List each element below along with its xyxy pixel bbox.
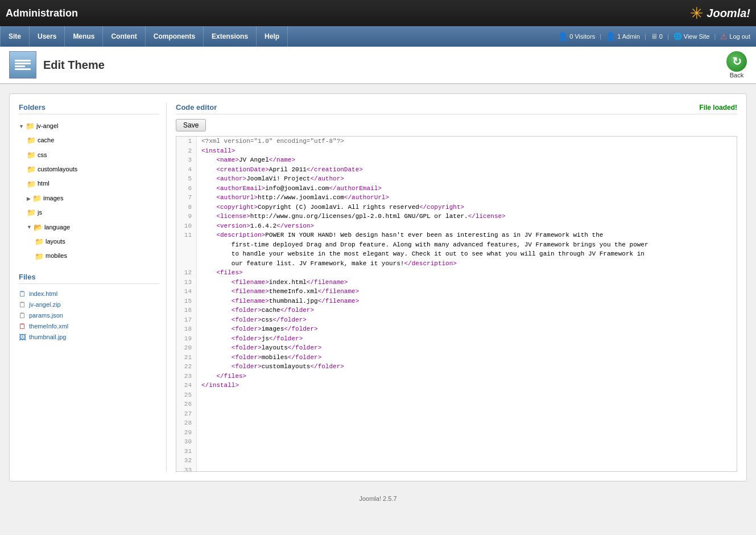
tree-item-js[interactable]: 📁 js	[27, 205, 159, 220]
view-site-text: View Site	[684, 33, 710, 40]
code-content: <folder>mobiles</folder>	[197, 353, 737, 363]
code-content: <folder>js</folder>	[197, 334, 737, 344]
file-thumbnail-jpg[interactable]: 🖼 thumbnail.jpg	[19, 332, 159, 343]
back-button[interactable]: ↻ Back	[726, 51, 747, 79]
file-label-xml: themeInfo.xml	[29, 323, 68, 330]
table-row: 8 <copyright>Copyright (C) JoomlaVi. All…	[176, 203, 737, 212]
file-params-json[interactable]: 🗒 params.json	[19, 310, 159, 321]
line-number: 21	[176, 353, 197, 363]
nav-item-site[interactable]: Site	[0, 26, 30, 47]
tree-item-language[interactable]: ▼ 📂 language	[27, 220, 159, 234]
table-row: 4 <creationDate>April 2011</creationDate…	[176, 165, 737, 175]
tree-item-layouts[interactable]: 📁 layouts	[35, 234, 159, 249]
nav-item-users[interactable]: Users	[30, 26, 65, 47]
folder-icon-js: 📁	[27, 206, 36, 219]
tree-item-images[interactable]: ▶ 📁 images	[27, 191, 159, 205]
count-item: 🖥 0	[651, 32, 663, 40]
visitors-item: 👤 0 Visitors	[558, 32, 595, 41]
folder-icon-html: 📁	[27, 178, 36, 191]
code-content: <filename>themeInfo.xml</filename>	[197, 287, 737, 297]
nav-item-content[interactable]: Content	[103, 26, 145, 47]
line-number: 25	[176, 390, 197, 400]
navbar: Site Users Menus Content Components Exte…	[0, 26, 756, 47]
table-row: 25	[176, 390, 737, 400]
nav-item-help[interactable]: Help	[257, 26, 288, 47]
code-content: <install>	[197, 146, 737, 156]
line-number: 11	[176, 231, 197, 268]
nav-divider-2: |	[645, 33, 646, 40]
code-content: <folder>cache</folder>	[197, 306, 737, 315]
tree-label-layouts: layouts	[46, 236, 65, 248]
table-row: 12 <files>	[176, 268, 737, 278]
table-row: 22 <folder>customlayouts</folder>	[176, 362, 737, 372]
line-number: 9	[176, 212, 197, 221]
folder-icon-customlayouts: 📁	[27, 163, 36, 176]
page-icon	[9, 51, 36, 79]
line-number: 5	[176, 174, 197, 184]
line-number: 17	[176, 315, 197, 325]
line-number: 2	[176, 146, 197, 156]
tree-item-mobiles[interactable]: 📁 mobiles	[35, 249, 159, 264]
line-number: 19	[176, 334, 197, 344]
content-panel: Folders ▼ 📁 jv-angel 📁 cache 📁 c	[9, 93, 747, 482]
nav-item-components[interactable]: Components	[146, 26, 204, 47]
file-label-zip: jv-angel.zip	[29, 301, 61, 308]
tree-item-root[interactable]: ▼ 📁 jv-angel	[19, 119, 159, 133]
line-number: 3	[176, 155, 197, 165]
table-row: 19 <folder>js</folder>	[176, 334, 737, 344]
table-row: 16 <folder>cache</folder>	[176, 306, 737, 315]
file-themeinfo-xml[interactable]: 🗒 themeInfo.xml	[19, 321, 159, 332]
tree-item-html[interactable]: 📁 html	[27, 177, 159, 191]
table-row: 24</install>	[176, 381, 737, 390]
table-row: 31	[176, 447, 737, 456]
nav-item-menus[interactable]: Menus	[65, 26, 103, 47]
admin-text: 1 Admin	[617, 33, 640, 40]
back-circle-icon: ↻	[726, 51, 747, 72]
nav-left: Site Users Menus Content Components Exte…	[0, 26, 288, 47]
line-number: 31	[176, 447, 197, 456]
joomla-logo-text: Joomla!	[707, 7, 750, 20]
files-title: Files	[19, 273, 159, 284]
expand-icon-images[interactable]: ▶	[27, 194, 31, 203]
view-site-icon: 🌐	[674, 32, 682, 40]
tree-item-customlayouts[interactable]: 📁 customlayouts	[27, 162, 159, 176]
code-content: <files>	[197, 268, 737, 278]
code-table: 1<?xml version="1.0" encoding="utf-8"?>2…	[176, 137, 737, 472]
code-content: <author>JoomlaVi! Project</author>	[197, 174, 737, 184]
file-label-index-html: index.html	[29, 290, 57, 297]
code-container[interactable]: 1<?xml version="1.0" encoding="utf-8"?>2…	[176, 136, 737, 472]
line-number: 20	[176, 343, 197, 353]
icon-line-1	[15, 60, 31, 61]
file-loaded-status: File loaded!	[699, 104, 737, 112]
folder-icon-mobiles: 📁	[35, 250, 44, 263]
header: Administration ✳ Joomla!	[0, 0, 756, 26]
view-site-item[interactable]: 🌐 View Site	[674, 32, 710, 40]
tree-item-cache[interactable]: 📁 cache	[27, 133, 159, 147]
code-content	[197, 456, 737, 466]
code-content	[197, 437, 737, 447]
logout-item[interactable]: ⚠ Log out	[720, 32, 750, 41]
nav-item-extensions[interactable]: Extensions	[204, 26, 257, 47]
icon-line-3	[15, 65, 25, 67]
code-content: <version>1.6.4.2</version>	[197, 221, 737, 231]
code-content: <license>http://www.gnu.org/licenses/gpl…	[197, 212, 737, 221]
save-button[interactable]: Save	[176, 119, 206, 131]
line-number: 16	[176, 306, 197, 315]
expand-icon-language[interactable]: ▼	[27, 223, 32, 232]
toolbar-left: Edit Theme	[9, 51, 105, 79]
file-icon-html: 🗒	[19, 290, 26, 298]
expand-icon-root[interactable]: ▼	[19, 122, 24, 131]
count-text: 0	[659, 33, 663, 40]
folder-icon-cache: 📁	[27, 134, 36, 147]
line-number: 27	[176, 409, 197, 419]
table-row: 23 </files>	[176, 372, 737, 381]
count-icon: 🖥	[651, 32, 658, 40]
code-content	[197, 466, 737, 472]
folder-icon-root: 📁	[26, 120, 35, 133]
tree-item-css[interactable]: 📁 css	[27, 148, 159, 162]
code-content: </install>	[197, 381, 737, 390]
footer-text: Joomla! 2.5.7	[359, 495, 396, 502]
code-content: <description>POWER IN YOUR HAND! Web des…	[197, 231, 737, 268]
file-jv-angel-zip[interactable]: 🗒 jv-angel.zip	[19, 299, 159, 310]
file-index-html[interactable]: 🗒 index.html	[19, 289, 159, 299]
